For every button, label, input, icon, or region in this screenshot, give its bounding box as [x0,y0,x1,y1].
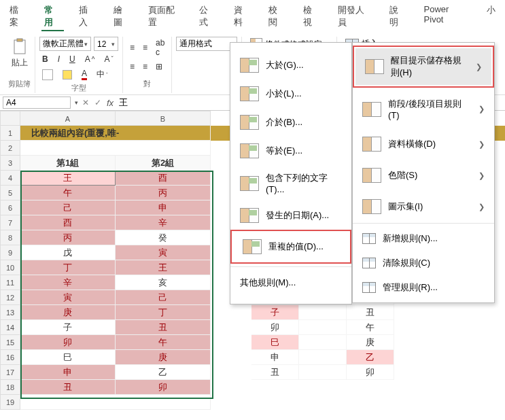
align-left-button[interactable]: ≡ [127,60,137,73]
cell[interactable]: 申 [251,350,299,365]
menu-item[interactable]: 小於(L)... [230,80,351,108]
tab-6[interactable]: 資料 [231,3,254,31]
tab-7[interactable]: 校閱 [266,3,288,31]
menu-item[interactable]: 醒目提示儲存格規則(H)❯ [355,48,491,85]
menu-item-more-rules[interactable]: 其他規則(M)... [230,270,351,296]
cell[interactable]: 酉 [116,171,211,186]
row-header[interactable]: 14 [0,320,20,335]
cell[interactable]: 亥 [116,275,211,290]
tab-11[interactable]: Power Pivot [421,3,472,31]
select-all-corner[interactable] [0,111,20,126]
menu-item[interactable]: 等於(E)... [230,137,351,165]
row-header[interactable]: 4 [0,171,20,186]
paste-button[interactable]: 貼上 [9,37,31,70]
row-header[interactable]: 3 [0,156,20,171]
menu-item[interactable]: 管理規則(R)... [353,275,494,300]
cell[interactable]: 卯 [347,365,394,380]
bold-button[interactable]: B [39,53,51,65]
menu-item[interactable]: 發生的日期(A)... [230,201,351,230]
align-top-button[interactable]: ≡ [127,37,137,58]
font-name-combo[interactable]: 微軟正黑體▾ [39,37,91,51]
number-format-combo[interactable]: 通用格式▾ [176,37,237,51]
cell[interactable]: 庚 [20,305,116,320]
cell[interactable]: 己 [20,200,116,215]
cell[interactable]: 庚 [116,350,211,365]
cell[interactable]: 乙 [116,365,211,380]
cell[interactable]: 丑 [347,305,394,320]
menu-item[interactable]: 介於(B)... [230,108,351,137]
menu-item[interactable]: 前段/後段項目規則(T)❯ [353,92,494,126]
row-header[interactable]: 15 [0,335,20,350]
row-header[interactable]: 19 [0,395,20,410]
cell[interactable]: 戊 [20,245,116,260]
align-center-button[interactable]: ≡ [140,60,150,73]
cell[interactable]: 巳 [251,335,299,350]
cancel-icon[interactable]: ✕ [82,98,89,107]
wrap-text-button[interactable]: abc [153,37,167,58]
tab-0[interactable]: 檔案 [7,3,29,31]
row-header[interactable]: 1 [0,126,20,141]
row-header[interactable]: 16 [0,350,20,365]
row-header[interactable]: 17 [0,365,20,380]
menu-item[interactable]: 資料橫條(D)❯ [353,130,494,158]
merge-button[interactable]: ⊞ [153,60,165,73]
name-box[interactable] [3,97,71,109]
menu-item[interactable]: 圖示集(I)❯ [353,193,494,220]
row-header[interactable]: 12 [0,290,20,305]
cell[interactable]: 午 [347,320,394,335]
menu-item[interactable]: 色階(S)❯ [353,162,494,189]
row-header[interactable]: 5 [0,186,20,200]
shrink-font-button[interactable]: Aˇ [101,53,116,65]
cell[interactable]: 己 [116,290,211,305]
menu-item[interactable]: 重複的值(D)... [233,232,349,261]
formula-input[interactable]: 王 [119,97,128,109]
italic-button[interactable]: I [55,53,63,65]
tab-10[interactable]: 說明 [387,3,409,31]
cell[interactable]: 巳 [20,350,116,365]
col-header[interactable]: A [20,111,116,126]
cell[interactable]: 乙 [347,350,394,365]
cell[interactable]: 癸 [116,230,211,245]
tab-5[interactable]: 公式 [196,3,219,31]
cell[interactable]: 卯 [251,320,299,335]
tab-4[interactable]: 頁面配置 [145,3,185,31]
cell[interactable]: 子 [251,305,299,320]
border-button[interactable] [39,67,56,82]
cell[interactable]: 丙 [20,230,116,245]
fill-color-button[interactable] [60,67,75,82]
menu-item[interactable]: 清除規則(C) [353,251,494,275]
tab-12[interactable]: 小 [484,3,498,31]
cell[interactable]: 庚 [347,335,394,350]
menu-item[interactable]: 大於(G)... [230,51,351,80]
cell[interactable]: 酉 [20,215,116,230]
cell[interactable]: 辛 [116,215,211,230]
cell[interactable]: 丑 [116,320,211,335]
cell[interactable]: 丙 [116,186,211,200]
cell[interactable]: 寅 [116,245,211,260]
cell[interactable]: 王 [116,260,211,275]
tab-9[interactable]: 開發人員 [335,3,375,31]
row-header[interactable]: 6 [0,200,20,215]
row-header[interactable]: 11 [0,275,20,290]
row-header[interactable]: 13 [0,305,20,320]
cell[interactable]: 辛 [20,275,116,290]
menu-item[interactable]: 包含下列的文字(T)... [230,165,351,201]
fx-icon[interactable]: fx [107,98,114,108]
tab-1[interactable]: 常用 [41,3,64,31]
row-header[interactable]: 18 [0,380,20,395]
cell[interactable]: 王 [20,171,116,186]
row-header[interactable]: 2 [0,141,20,156]
cell[interactable]: 申 [20,365,116,380]
cell[interactable]: 寅 [20,290,116,305]
align-mid-button[interactable]: ≡ [140,37,150,58]
row-header[interactable]: 9 [0,245,20,260]
cell[interactable]: 丁 [20,260,116,275]
menu-item[interactable]: 新增規則(N)... [353,226,494,251]
enter-icon[interactable]: ✓ [94,98,101,107]
cell[interactable]: 丑 [251,365,299,380]
font-size-combo[interactable]: 12▾ [94,37,118,51]
row-header[interactable]: 8 [0,230,20,245]
cell[interactable]: 丑 [20,380,116,395]
grow-font-button[interactable]: A^ [82,53,98,65]
phonetic-button[interactable]: 中ˇ [94,67,111,82]
